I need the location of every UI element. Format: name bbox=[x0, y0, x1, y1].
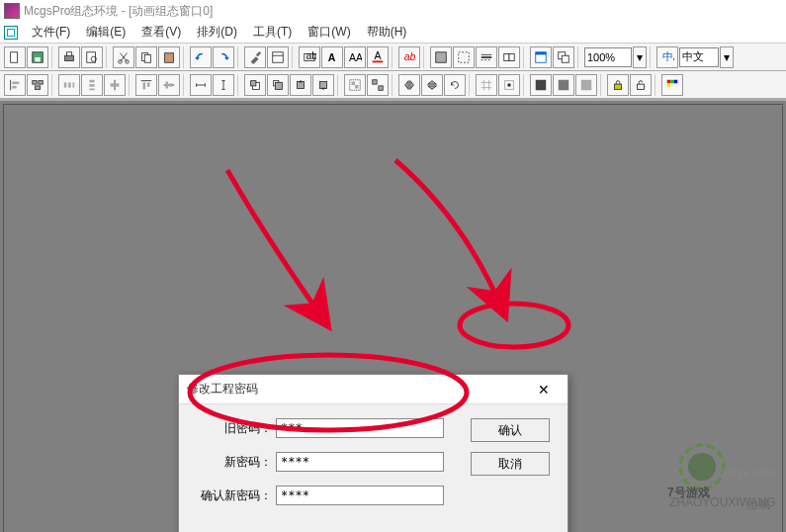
save-button[interactable] bbox=[27, 46, 48, 68]
window-title: McgsPro组态环境 - [动画组态窗口0] bbox=[24, 3, 213, 20]
svg-point-67 bbox=[507, 83, 511, 87]
svg-rect-63 bbox=[355, 85, 359, 89]
cut-button[interactable] bbox=[113, 46, 134, 68]
svg-rect-45 bbox=[89, 84, 94, 87]
language-icon[interactable]: 中A bbox=[656, 46, 678, 68]
flip-v-icon[interactable] bbox=[421, 74, 443, 96]
svg-text:A: A bbox=[349, 50, 356, 62]
align-top-icon[interactable] bbox=[135, 74, 157, 96]
menu-edit[interactable]: 编辑(E) bbox=[78, 22, 133, 43]
svg-rect-36 bbox=[12, 81, 19, 84]
change-password-dialog: 修改工程密码 ✕ 旧密码： 新密码： 确认新密码： 确认 取消 bbox=[178, 374, 568, 532]
font-button[interactable]: A bbox=[321, 46, 343, 68]
flip-h-icon[interactable] bbox=[398, 74, 420, 96]
unlock-icon[interactable] bbox=[630, 74, 652, 96]
old-password-label: 旧密码： bbox=[195, 420, 272, 437]
cancel-button[interactable]: 取消 bbox=[471, 452, 550, 476]
same-height-icon[interactable] bbox=[213, 74, 234, 96]
svg-rect-46 bbox=[89, 88, 94, 90]
confirm-password-input[interactable] bbox=[276, 486, 444, 505]
svg-rect-38 bbox=[33, 80, 37, 84]
language-input[interactable] bbox=[679, 47, 719, 67]
align-middle-icon[interactable] bbox=[158, 74, 180, 96]
properties-icon[interactable] bbox=[267, 46, 289, 68]
gradient-2-icon[interactable] bbox=[553, 74, 574, 96]
line-style-icon[interactable] bbox=[476, 46, 497, 68]
svg-rect-44 bbox=[89, 79, 94, 82]
bring-front-icon[interactable] bbox=[244, 74, 266, 96]
print-button[interactable] bbox=[58, 46, 80, 68]
dialog-title-bar[interactable]: 修改工程密码 ✕ bbox=[179, 375, 568, 404]
snap-grid-icon[interactable] bbox=[476, 74, 497, 96]
color-button[interactable]: A bbox=[367, 46, 389, 68]
menu-window[interactable]: 窗口(W) bbox=[300, 22, 358, 43]
text-label-icon[interactable]: ab bbox=[299, 46, 320, 68]
center-h-icon[interactable] bbox=[104, 74, 126, 96]
svg-rect-75 bbox=[674, 79, 678, 83]
zoom-dropdown-icon[interactable]: ▾ bbox=[633, 46, 647, 68]
ungroup-icon[interactable] bbox=[367, 74, 389, 96]
align-left-icon[interactable] bbox=[4, 74, 26, 96]
menu-help[interactable]: 帮助(H) bbox=[359, 22, 415, 43]
svg-rect-33 bbox=[562, 55, 568, 62]
svg-rect-39 bbox=[39, 80, 43, 84]
redo-button[interactable] bbox=[213, 46, 234, 68]
menu-file[interactable]: 文件(F) bbox=[24, 22, 78, 43]
window-icon[interactable] bbox=[530, 46, 552, 68]
layer-down-icon[interactable] bbox=[312, 74, 334, 96]
title-bar: McgsPro组态环境 - [动画组态窗口0] bbox=[0, 0, 786, 22]
rotate-icon[interactable] bbox=[444, 74, 466, 96]
font-size-button[interactable]: AA bbox=[344, 46, 366, 68]
svg-rect-74 bbox=[670, 79, 674, 83]
distribute-h-icon[interactable] bbox=[58, 74, 80, 96]
undo-button[interactable] bbox=[190, 46, 212, 68]
border-icon[interactable] bbox=[453, 46, 475, 68]
svg-rect-31 bbox=[536, 51, 547, 54]
svg-rect-0 bbox=[11, 51, 18, 62]
align-group-icon[interactable] bbox=[27, 74, 48, 96]
distribute-v-icon[interactable] bbox=[81, 74, 103, 96]
layer-up-icon[interactable] bbox=[290, 74, 311, 96]
menu-arrange[interactable]: 排列(D) bbox=[189, 22, 245, 43]
script-icon[interactable]: abi bbox=[398, 46, 420, 68]
menu-tools[interactable]: 工具(T) bbox=[245, 22, 300, 43]
svg-rect-3 bbox=[65, 55, 74, 60]
gradient-1-icon[interactable] bbox=[530, 74, 552, 96]
dialog-title: 修改工程密码 bbox=[187, 381, 258, 398]
confirm-password-label: 确认新密码： bbox=[195, 488, 272, 504]
new-password-input[interactable] bbox=[276, 452, 444, 472]
preview-button[interactable] bbox=[81, 46, 103, 68]
ok-button[interactable]: 确认 bbox=[471, 418, 550, 442]
zoom-input[interactable] bbox=[584, 47, 632, 67]
svg-rect-53 bbox=[166, 81, 169, 88]
group-icon[interactable] bbox=[344, 74, 366, 96]
grid-fill-icon[interactable] bbox=[430, 46, 452, 68]
svg-rect-12 bbox=[167, 51, 171, 54]
rectangles-icon[interactable] bbox=[498, 46, 520, 68]
svg-text:A: A bbox=[356, 50, 362, 62]
copy-button[interactable] bbox=[135, 46, 157, 68]
svg-text:中A: 中A bbox=[662, 50, 674, 62]
svg-rect-76 bbox=[667, 83, 671, 87]
hammer-icon[interactable] bbox=[244, 46, 266, 68]
svg-rect-29 bbox=[509, 53, 514, 60]
menu-view[interactable]: 查看(V) bbox=[133, 22, 189, 43]
gradient-3-icon[interactable] bbox=[575, 74, 597, 96]
language-dropdown-icon[interactable]: ▾ bbox=[720, 46, 734, 68]
same-width-icon[interactable] bbox=[190, 74, 212, 96]
close-icon[interactable]: ✕ bbox=[528, 378, 560, 401]
svg-rect-23 bbox=[436, 51, 447, 62]
svg-rect-72 bbox=[638, 84, 645, 89]
send-back-icon[interactable] bbox=[267, 74, 289, 96]
new-button[interactable] bbox=[4, 46, 26, 68]
cascade-icon[interactable] bbox=[553, 46, 574, 68]
palette-icon[interactable] bbox=[661, 74, 683, 96]
lock-icon[interactable] bbox=[607, 74, 629, 96]
canvas-area[interactable]: 修改工程密码 ✕ 旧密码： 新密码： 确认新密码： 确认 取消 bbox=[0, 99, 786, 532]
svg-rect-10 bbox=[144, 54, 150, 62]
old-password-input[interactable] bbox=[276, 418, 444, 438]
svg-rect-54 bbox=[170, 83, 173, 87]
paste-button[interactable] bbox=[158, 46, 180, 68]
snap-object-icon[interactable] bbox=[498, 74, 520, 96]
svg-rect-41 bbox=[64, 82, 67, 87]
